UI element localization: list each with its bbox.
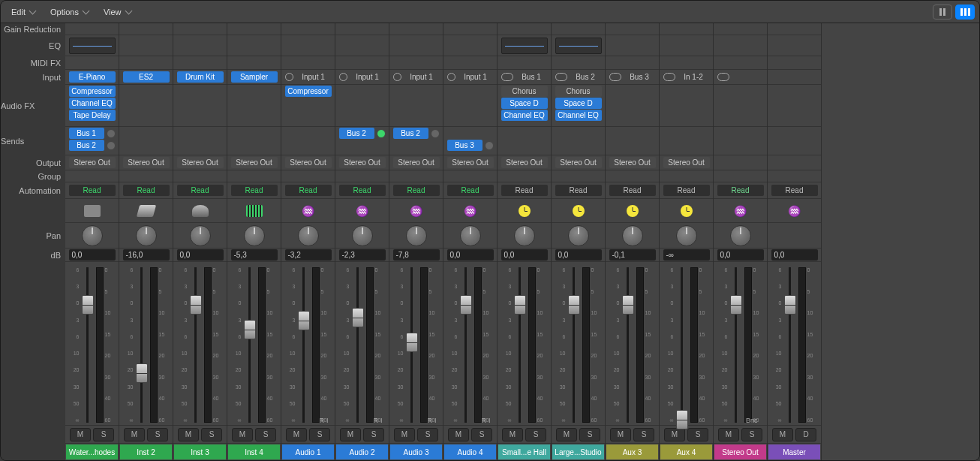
send-slot[interactable]: Bus 2	[393, 128, 440, 139]
input-selector[interactable]: Bus 3	[609, 73, 656, 81]
input-slot[interactable]: Drum Kit	[173, 70, 227, 85]
automation-mode[interactable]: Read	[69, 185, 116, 196]
channel-icon-slot[interactable]	[606, 199, 659, 223]
pan-knob[interactable]	[82, 225, 103, 246]
db-readout[interactable]: -7,8	[393, 249, 440, 261]
dim-button[interactable]: D	[795, 428, 816, 441]
solo-button[interactable]: S	[363, 428, 384, 441]
view-menu[interactable]: View	[98, 5, 137, 19]
fader-cap[interactable]	[298, 311, 310, 330]
record-input-buttons[interactable]: RI	[319, 417, 328, 424]
group-slot[interactable]	[173, 170, 227, 182]
db-readout[interactable]: -16,0	[123, 249, 170, 261]
output-selector[interactable]: Stereo Out	[501, 157, 548, 168]
automation-mode[interactable]: Read	[447, 185, 494, 196]
sampler-icon[interactable]	[244, 203, 265, 218]
channel-name[interactable]: Inst 3	[174, 444, 226, 459]
solo-button[interactable]: S	[687, 428, 708, 441]
input-slot[interactable]: Input 1	[281, 70, 335, 85]
waveform-icon[interactable]: ♒	[352, 203, 373, 218]
output-slot[interactable]: Stereo Out	[552, 155, 605, 170]
audiofx-slot[interactable]: Space D	[555, 98, 602, 109]
automation-slot[interactable]: Read	[335, 182, 389, 199]
mute-button[interactable]: M	[772, 428, 793, 441]
output-selector[interactable]: Stereo Out	[663, 157, 710, 168]
pan-knob[interactable]	[298, 225, 319, 246]
mute-button[interactable]: M	[70, 428, 91, 441]
channel-icon-slot[interactable]	[173, 199, 227, 223]
audiofx-slot[interactable]: Channel EQ	[555, 110, 602, 121]
audiofx-slot[interactable]: Chorus	[501, 86, 548, 97]
channel-name[interactable]: Small...e Hall	[498, 444, 550, 459]
output-selector[interactable]: Stereo Out	[339, 157, 386, 168]
input-slot[interactable]: Input 1	[389, 70, 443, 85]
fader-track[interactable]	[297, 267, 311, 423]
fader-cap[interactable]	[82, 295, 94, 315]
channel-name[interactable]: Inst 2	[120, 444, 172, 459]
mute-button[interactable]: M	[448, 428, 469, 441]
channel-icon-slot[interactable]	[660, 199, 713, 223]
pan-knob[interactable]	[568, 225, 589, 246]
midifx-slot[interactable]	[768, 56, 821, 70]
automation-slot[interactable]: Read	[660, 182, 713, 199]
fader-track[interactable]	[405, 267, 419, 423]
output-slot[interactable]: Stereo Out	[65, 155, 119, 170]
send-level-knob[interactable]	[377, 129, 386, 138]
group-slot[interactable]	[443, 170, 497, 182]
automation-mode[interactable]: Read	[393, 185, 440, 196]
pan-knob[interactable]	[460, 225, 481, 246]
channel-name[interactable]: Inst 4	[228, 444, 280, 459]
instrument-slot[interactable]: Drum Kit	[177, 71, 224, 83]
automation-mode[interactable]: Read	[285, 185, 332, 196]
channels-container[interactable]: E-PianoCompressorChannel EQTape DelayBus…	[65, 23, 979, 460]
output-slot[interactable]: Stereo Out	[119, 155, 173, 170]
input-selector[interactable]: Input 1	[339, 73, 386, 81]
db-readout[interactable]: 0,0	[771, 249, 818, 261]
channel-icon-slot[interactable]: ♒	[335, 199, 389, 223]
fader-cap[interactable]	[730, 295, 742, 315]
waveform-icon[interactable]: ♒	[730, 203, 751, 218]
audiofx-slot[interactable]: Compressor	[69, 86, 116, 97]
send-slot[interactable]: Bus 2	[339, 128, 386, 139]
input-selector[interactable]: Bus 1	[501, 73, 548, 81]
eq-slot[interactable]	[714, 35, 767, 56]
input-selector[interactable]: Input 1	[447, 73, 494, 81]
automation-mode[interactable]: Read	[177, 185, 224, 196]
solo-button[interactable]: S	[417, 428, 438, 441]
pan-knob[interactable]	[352, 225, 373, 246]
fader-track[interactable]	[243, 267, 257, 423]
output-selector[interactable]: Stereo Out	[447, 157, 494, 168]
input-selector[interactable]: Input 1	[393, 73, 440, 81]
pan-knob[interactable]	[244, 225, 265, 246]
channel-icon-slot[interactable]	[65, 199, 119, 223]
fader-cap[interactable]	[352, 308, 364, 327]
midifx-slot[interactable]	[498, 56, 551, 70]
output-slot[interactable]	[768, 155, 821, 170]
channel-icon-slot[interactable]: ♒	[443, 199, 497, 223]
send-level-knob[interactable]	[107, 141, 116, 150]
automation-slot[interactable]: Read	[606, 182, 659, 199]
mute-button[interactable]: M	[664, 428, 685, 441]
send-level-knob[interactable]	[107, 129, 116, 138]
output-selector[interactable]: Stereo Out	[177, 157, 224, 168]
mute-button[interactable]: M	[502, 428, 523, 441]
instrument-slot[interactable]: E-Piano	[69, 71, 116, 83]
waveform-icon[interactable]: ♒	[406, 203, 427, 218]
channel-icon-slot[interactable]: ♒	[768, 199, 821, 223]
input-slot[interactable]: Sampler	[227, 70, 281, 85]
send-level-knob[interactable]	[485, 141, 494, 150]
output-slot[interactable]: Stereo Out	[660, 155, 713, 170]
db-readout[interactable]: 0,0	[177, 249, 224, 261]
automation-slot[interactable]: Read	[443, 182, 497, 199]
midifx-slot[interactable]	[119, 56, 173, 70]
fader-cap[interactable]	[676, 410, 688, 429]
channel-name[interactable]: Aux 4	[660, 444, 712, 459]
automation-mode[interactable]: Read	[555, 185, 602, 196]
group-slot[interactable]	[227, 170, 281, 182]
fader-track[interactable]	[783, 267, 797, 423]
group-slot[interactable]	[119, 170, 173, 182]
eq-slot[interactable]	[768, 35, 821, 56]
mute-button[interactable]: M	[232, 428, 253, 441]
pan-knob[interactable]	[622, 225, 643, 246]
automation-mode[interactable]: Read	[501, 185, 548, 196]
